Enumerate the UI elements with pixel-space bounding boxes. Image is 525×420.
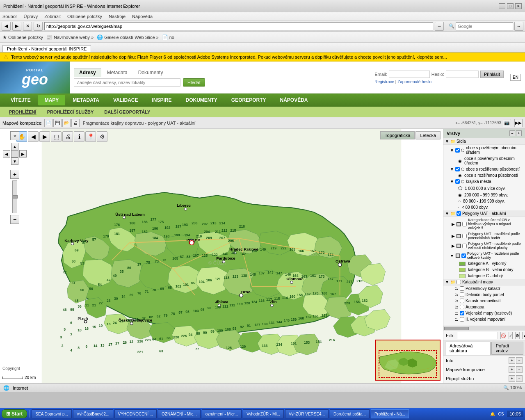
- pan-east-button[interactable]: ▶: [19, 150, 27, 158]
- nav-inspire[interactable]: INSPIRE: [145, 95, 178, 105]
- tab-poradi-vrstev[interactable]: Pořadí vrstev: [491, 342, 523, 355]
- portal-search-button[interactable]: Hledat: [183, 78, 205, 87]
- print-tool-button[interactable]: 🖨: [62, 131, 73, 142]
- menu-zobrazit[interactable]: Zobrazit: [44, 14, 61, 19]
- back-nav-button[interactable]: ◀: [28, 131, 39, 142]
- subnav-prohlizeci-sluzby[interactable]: PROHLÍŽECÍ SLUŽBY: [42, 108, 99, 116]
- minimize-button[interactable]: _: [499, 3, 505, 9]
- filter-input[interactable]: [457, 332, 498, 339]
- menu-nastroje[interactable]: Nástroje: [109, 14, 126, 19]
- language-switcher[interactable]: EN: [510, 74, 521, 81]
- layer-vojenske-2[interactable]: 🗂 II. vojenské mapování: [443, 316, 525, 322]
- layer-bariery[interactable]: ▶ 🔲 Polygony UAT - rozdělení podle poten…: [443, 231, 525, 241]
- taskbar-item-5[interactable]: oznámení - Micr...: [202, 409, 242, 418]
- layer-checkbox-kvalita[interactable]: [461, 253, 466, 258]
- layer-checkbox-kategorizace[interactable]: [462, 222, 467, 226]
- favorites-oblibene[interactable]: ★ Oblíbené položky: [2, 34, 43, 40]
- layer-checkbox-polygony[interactable]: [457, 211, 461, 216]
- nav-dokumenty[interactable]: DOKUMENTY: [179, 95, 224, 105]
- layer-checkbox-vojenske[interactable]: [460, 311, 464, 315]
- taskbar-item-6[interactable]: VyhodnZÚR - Mi...: [243, 409, 284, 418]
- nav-napoveda[interactable]: NÁPOVĚDA: [274, 95, 315, 105]
- recenter-button[interactable]: ⌖: [10, 131, 19, 140]
- layer-checkbox-nemovitosti[interactable]: [460, 299, 464, 303]
- pan-south-button[interactable]: ▼: [11, 158, 18, 165]
- filter-up-button[interactable]: ▲: [522, 332, 525, 339]
- taskbar-item-7[interactable]: VyhZÚR VERSE4...: [285, 409, 329, 418]
- screenshot-button[interactable]: 📷: [503, 119, 511, 127]
- filter-clear-button[interactable]: 🚫: [500, 332, 506, 339]
- nav-mapy[interactable]: MAPY: [38, 95, 66, 105]
- taskbar-item-2[interactable]: VyhČástBnové2...: [73, 409, 113, 418]
- favorites-navrhowane[interactable]: 📰 Navrhované weby »: [46, 34, 94, 40]
- go-button[interactable]: →: [435, 22, 444, 31]
- aerial-basemap-button[interactable]: Letecká: [415, 131, 441, 139]
- taskbar-item-active[interactable]: Prohlížení - Ná...: [371, 409, 409, 418]
- password-input[interactable]: [446, 71, 479, 78]
- layer-checkbox-automapa[interactable]: [460, 305, 464, 309]
- tab-metadata[interactable]: Metadata: [102, 68, 132, 77]
- subnav-prohlizeni[interactable]: PROHLÍŽENÍ: [4, 108, 41, 116]
- open-map-button[interactable]: 📂: [62, 119, 71, 127]
- layer-checkbox-krajska[interactable]: [455, 179, 460, 184]
- layer-definicni[interactable]: 🗂 Definiční body parcel: [443, 292, 525, 298]
- map-area[interactable]: ✋ ◀ ▶ ⬚ 🖨 ℹ 📍 ⚙ Topografická Letecká ⌖: [0, 129, 443, 383]
- browser-search-input[interactable]: [456, 22, 513, 30]
- login-button[interactable]: Přihlásit: [480, 71, 504, 78]
- menu-upravy[interactable]: Úpravy: [23, 14, 38, 19]
- portal-search-input[interactable]: [74, 78, 180, 87]
- layer-checkbox-obce-rozsirena[interactable]: [455, 167, 460, 171]
- pripojit-collapse-button[interactable]: −: [516, 375, 523, 382]
- browser-tab[interactable]: Prohlížení - Národní geoportál INSPIRE: [2, 45, 91, 52]
- layer-checkbox-bariery[interactable]: [462, 234, 467, 238]
- layer-vojenske[interactable]: 🗂 Vojenské mapy (rastrové): [443, 310, 525, 316]
- layer-kategorizace[interactable]: ▶ 🔲 Kategorizace území ČR z hlediska výs…: [443, 217, 525, 231]
- info-expand-button[interactable]: +: [509, 357, 515, 364]
- subnav-dalsi-geoportaly[interactable]: DALŠÍ GEOPORTÁLY: [99, 108, 155, 116]
- scroll-thumb[interactable]: [444, 327, 469, 330]
- expand-panel-button[interactable]: ▶▶: [514, 119, 523, 127]
- nav-metadata[interactable]: METADATA: [66, 95, 106, 105]
- save-map-button[interactable]: 💾: [53, 119, 62, 127]
- nav-georeporty[interactable]: GEOREPORTY: [225, 95, 273, 105]
- new-map-button[interactable]: 📄: [44, 119, 52, 127]
- stop-button[interactable]: ✕: [23, 22, 32, 31]
- mapove-collapse-button[interactable]: −: [516, 366, 523, 373]
- register-link[interactable]: Registrace: [374, 80, 394, 84]
- refresh-button[interactable]: ↻: [34, 22, 43, 31]
- layer-obce-rozsirena[interactable]: ▼ ⬡ obce s rozšířenou působností: [443, 166, 525, 172]
- info-collapse-button[interactable]: −: [516, 357, 523, 364]
- layer-checkbox-vojenske-2[interactable]: [460, 317, 464, 322]
- layer-group-katastr[interactable]: ▼ 📁 Katastrální mapy: [443, 279, 525, 285]
- nav-validace[interactable]: VALIDACE: [107, 95, 144, 105]
- pin-tool-button[interactable]: 📍: [85, 131, 96, 142]
- layer-obce-poverene[interactable]: ▼ ⬡ obce s pověřeným obecním úřadem: [443, 145, 525, 155]
- tab-adresy[interactable]: Adresy: [74, 68, 101, 77]
- layer-plochy[interactable]: ▶ 🔲 Polygony UAT - rozdělené podle velik…: [443, 241, 525, 251]
- menu-oblibene[interactable]: Oblíbené položky: [67, 14, 102, 19]
- layer-checkbox-definicni[interactable]: [460, 292, 464, 297]
- layer-group-polygony[interactable]: ▼ 📁 Polygony UAT - aktuální: [443, 210, 525, 217]
- back-button[interactable]: ◀: [2, 22, 11, 31]
- filter-apply-button[interactable]: ✓: [509, 332, 513, 339]
- print-map-button[interactable]: 🖨: [71, 119, 80, 127]
- email-input[interactable]: [389, 71, 430, 78]
- start-button[interactable]: ⊞ Start: [2, 409, 27, 418]
- address-bar[interactable]: [44, 22, 433, 30]
- layer-pozemkovy[interactable]: 🗂 Pozemkový katastr: [443, 285, 525, 292]
- tab-dokumenty[interactable]: Dokumenty: [133, 68, 168, 77]
- pan-west-button[interactable]: ◀: [3, 150, 10, 158]
- topographic-basemap-button[interactable]: Topografická: [380, 131, 415, 139]
- info-tool-button[interactable]: ℹ: [74, 131, 84, 142]
- taskbar-item-3[interactable]: VYHODNOCENÍ ...: [114, 409, 157, 418]
- layers-expand-button[interactable]: +: [516, 130, 522, 136]
- zoom-slider[interactable]: [12, 180, 17, 213]
- close-button[interactable]: ✕: [515, 3, 522, 9]
- maximize-button[interactable]: □: [507, 3, 514, 9]
- layers-scroll-horizontal[interactable]: [443, 326, 525, 331]
- filter-options-button[interactable]: ⚙: [515, 332, 520, 339]
- search-go-button[interactable]: →: [514, 22, 523, 31]
- layer-krajska-mesta[interactable]: ▼ ⬡ krajská města: [443, 178, 525, 185]
- mapove-expand-button[interactable]: +: [509, 366, 515, 373]
- favorites-no[interactable]: 📄 no: [162, 34, 174, 40]
